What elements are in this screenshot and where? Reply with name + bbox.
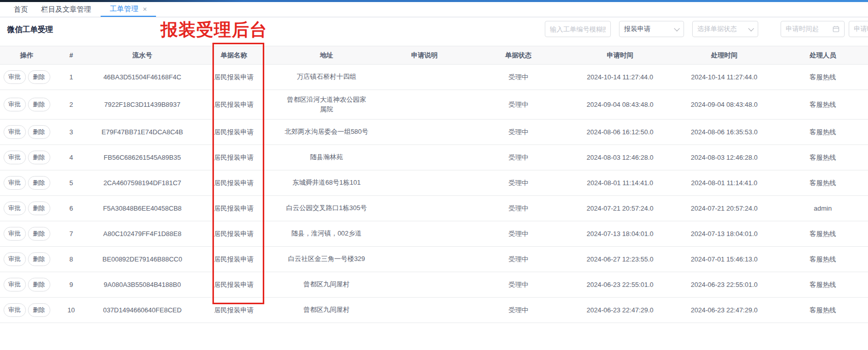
handler: 客服热线 xyxy=(778,272,868,298)
document-status: 受理中 xyxy=(468,170,569,196)
document-status: 受理中 xyxy=(468,90,569,120)
tab-article-management[interactable]: 栏目及文章管理 xyxy=(41,3,91,17)
column-header: 操作 xyxy=(0,46,53,65)
row-actions: 审批删除 xyxy=(0,65,53,90)
table-row: 审批删除146BA3D51504F46168F4C居民报装申请万店镇石桥村十四组… xyxy=(0,65,868,90)
approve-button[interactable]: 审批 xyxy=(4,70,26,84)
tab-work-order-label: 工单管理 xyxy=(110,5,138,14)
document-name: 居民报装申请 xyxy=(196,145,272,170)
delete-button[interactable]: 删除 xyxy=(28,70,50,84)
document-type-select-value: 报装申请 xyxy=(624,24,650,34)
approve-button[interactable]: 审批 xyxy=(4,252,26,266)
handle-time: 2024-09-04 08:43:48.0 xyxy=(671,90,778,120)
address: 白云社区金三角一号楼329 xyxy=(272,247,381,272)
delete-button[interactable]: 删除 xyxy=(28,201,50,215)
approve-button[interactable]: 审批 xyxy=(4,303,26,317)
table-row: 审批删除7A80C102479FF4F1D88E8居民报装申请随县，淮河镇，00… xyxy=(0,221,868,247)
apply-time: 2024-06-23 22:55:01.0 xyxy=(569,272,671,298)
page-title: 微信工单受理 xyxy=(7,25,53,35)
apply-time-end-placeholder: 申请时间止 xyxy=(854,24,868,34)
serial-number: E79F47BB71E74DCA8C4B xyxy=(89,120,196,145)
document-name: 居民报装申请 xyxy=(196,298,272,323)
delete-button[interactable]: 删除 xyxy=(28,252,50,266)
delete-button[interactable]: 删除 xyxy=(28,303,50,317)
handle-time: 2024-10-14 11:27:44.0 xyxy=(671,65,778,90)
document-status: 受理中 xyxy=(468,65,569,90)
approve-button[interactable]: 审批 xyxy=(4,151,26,164)
apply-description xyxy=(381,221,468,247)
delete-button[interactable]: 删除 xyxy=(28,278,50,291)
document-name: 居民报装申请 xyxy=(196,170,272,196)
approve-button[interactable]: 审批 xyxy=(4,201,26,215)
approve-button[interactable]: 审批 xyxy=(4,176,26,190)
row-actions: 审批删除 xyxy=(0,221,53,247)
delete-button[interactable]: 删除 xyxy=(28,227,50,241)
address: 曾都区九间屋村 xyxy=(272,298,381,323)
delete-button[interactable]: 删除 xyxy=(28,98,50,111)
row-index: 8 xyxy=(53,247,89,272)
chevron-down-icon xyxy=(748,25,754,31)
row-index: 1 xyxy=(53,65,89,90)
approve-button[interactable]: 审批 xyxy=(4,125,26,139)
handle-time: 2024-07-01 15:46:13.0 xyxy=(671,247,778,272)
serial-number: FB56C686261545A89B35 xyxy=(89,145,196,170)
row-index: 5 xyxy=(53,170,89,196)
tab-work-order[interactable]: 工单管理 × xyxy=(101,3,156,17)
document-status: 受理中 xyxy=(468,120,569,145)
work-order-table: 操作#流水号单据名称地址申请说明单据状态申请时间处理时间处理人员 审批删除146… xyxy=(0,46,868,323)
tab-home[interactable]: 首页 xyxy=(14,3,28,17)
serial-number: 7922F18C3D11439B8937 xyxy=(89,90,196,120)
delete-button[interactable]: 删除 xyxy=(28,125,50,139)
apply-description xyxy=(381,298,468,323)
document-name: 居民报装申请 xyxy=(196,196,272,221)
approve-button[interactable]: 审批 xyxy=(4,98,26,111)
apply-description xyxy=(381,247,468,272)
table-row: 审批删除99A080A3B55084B4188B0居民报装申请曾都区九间屋村受理… xyxy=(0,272,868,298)
apply-time: 2024-08-06 16:12:50.0 xyxy=(569,120,671,145)
row-actions: 审批删除 xyxy=(0,196,53,221)
handle-time: 2024-08-06 16:35:53.0 xyxy=(671,120,778,145)
table-row: 审批删除52CA4607598194DF181C7居民报装申请东城舜井道68号1… xyxy=(0,170,868,196)
address: 白云公园交叉路口1栋305号 xyxy=(272,196,381,221)
handle-time: 2024-06-23 22:55:01.0 xyxy=(671,272,778,298)
apply-description xyxy=(381,196,468,221)
apply-description xyxy=(381,145,468,170)
document-name: 居民报装申请 xyxy=(196,221,272,247)
apply-time-end-datepicker[interactable]: 申请时间止 xyxy=(849,21,868,37)
address: 曾都区沿河大道神农公园家属院 xyxy=(272,90,381,120)
approve-button[interactable]: 审批 xyxy=(4,278,26,291)
close-icon[interactable]: × xyxy=(143,6,147,13)
serial-number: 46BA3D51504F46168F4C xyxy=(89,65,196,90)
row-index: 2 xyxy=(53,90,89,120)
order-number-search-input[interactable] xyxy=(545,21,611,37)
row-index: 6 xyxy=(53,196,89,221)
delete-button[interactable]: 删除 xyxy=(28,151,50,164)
address: 随县瀚林苑 xyxy=(272,145,381,170)
column-header: # xyxy=(53,46,89,65)
document-name: 居民报装申请 xyxy=(196,120,272,145)
tab-bar: 首页 栏目及文章管理 工单管理 × xyxy=(0,2,868,17)
row-actions: 审批删除 xyxy=(0,272,53,298)
apply-time: 2024-10-14 11:27:44.0 xyxy=(569,65,671,90)
table-row: 审批删除10037D1494660640FE8CED居民报装申请曾都区九间屋村受… xyxy=(0,298,868,323)
row-index: 10 xyxy=(53,298,89,323)
calendar-icon xyxy=(832,25,840,33)
apply-description xyxy=(381,120,468,145)
annotation-text: 报装受理后台 xyxy=(161,18,267,42)
handler: 客服热线 xyxy=(778,65,868,90)
delete-button[interactable]: 删除 xyxy=(28,176,50,190)
row-actions: 审批删除 xyxy=(0,90,53,120)
document-type-select[interactable]: 报装申请 xyxy=(619,21,684,37)
document-status-select[interactable]: 选择单据状态 xyxy=(692,21,758,37)
address: 东城舜井道68号1栋101 xyxy=(272,170,381,196)
document-status-select-placeholder: 选择单据状态 xyxy=(697,24,737,34)
apply-description xyxy=(381,90,468,120)
approve-button[interactable]: 审批 xyxy=(4,227,26,241)
address: 曾都区九间屋村 xyxy=(272,272,381,298)
row-actions: 审批删除 xyxy=(0,298,53,323)
column-header: 单据状态 xyxy=(468,46,569,65)
serial-number: BE00892DE79146B88CC0 xyxy=(89,247,196,272)
apply-time-start-datepicker[interactable]: 申请时间起 xyxy=(781,21,845,37)
serial-number: 2CA4607598194DF181C7 xyxy=(89,170,196,196)
apply-time: 2024-09-04 08:43:48.0 xyxy=(569,90,671,120)
